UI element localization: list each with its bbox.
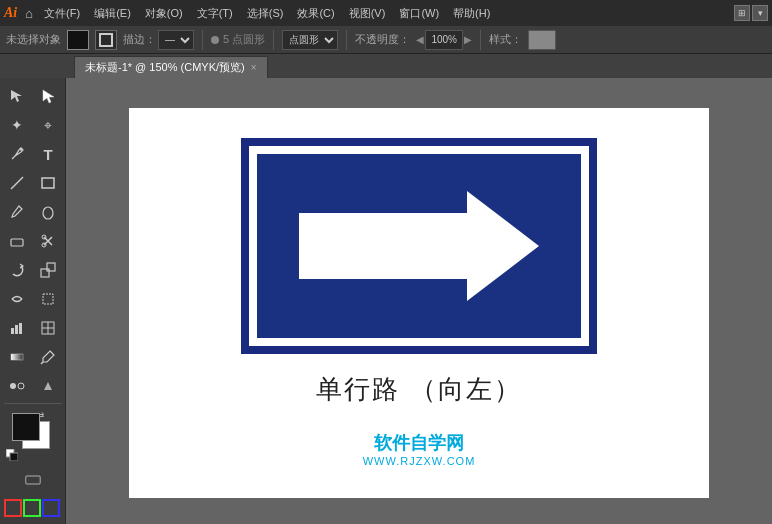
color-tools: ⇄ [4,409,62,461]
menu-window[interactable]: 窗口(W) [392,4,446,23]
app-logo: Ai [4,5,17,21]
tool-row-9 [2,314,63,342]
svg-line-1 [11,177,23,189]
opacity-input[interactable] [425,30,463,50]
svg-point-19 [18,383,24,389]
direct-select-tool[interactable] [33,82,63,110]
type-tool[interactable]: T [33,140,63,168]
canvas-area: 单行路 （向左） 软件自学网 WWW.RJZXW.COM [66,78,772,524]
stroke-select[interactable]: — [158,30,194,50]
document-tab[interactable]: 未标题-1* @ 150% (CMYK/预览) × [74,56,268,78]
scale-tool[interactable] [33,256,63,284]
graph-tool[interactable] [2,314,32,342]
pen-tool[interactable] [2,140,32,168]
free-transform-tool[interactable] [33,285,63,313]
opacity-label: 不透明度： [355,32,410,47]
svg-rect-4 [11,239,23,246]
toolbar: ✦ ⌖ T [0,78,66,524]
sign-outer-border [241,138,597,354]
foreground-color-swatch[interactable] [12,413,40,441]
tool-row-7 [2,256,63,284]
app-icon: ⌂ [25,6,33,21]
fill-color-swatch[interactable] [67,30,89,50]
svg-rect-16 [11,354,23,360]
menu-select[interactable]: 选择(S) [240,4,291,23]
menu-file[interactable]: 文件(F) [37,4,87,23]
watermark-sub-text: WWW.RJZXW.COM [363,455,476,467]
arrow-container [299,191,539,301]
paintbrush-tool[interactable] [2,198,32,226]
svg-rect-21 [10,453,18,461]
tool-row-1 [2,82,63,110]
menu-view[interactable]: 视图(V) [342,4,393,23]
scissors-tool[interactable] [33,227,63,255]
mesh-tool[interactable] [33,314,63,342]
tool-row-3: T [2,140,63,168]
warp-tool[interactable] [2,285,32,313]
pt-circle-icon [211,36,219,44]
watermark-main-text: 软件自学网 [363,431,476,455]
style-label: 样式： [489,32,522,47]
svg-rect-22 [25,476,39,484]
main-area: ✦ ⌖ T [0,78,772,524]
eraser-tool[interactable] [2,227,32,255]
menu-edit[interactable]: 编辑(E) [87,4,138,23]
svg-point-0 [20,148,23,151]
svg-rect-2 [42,178,54,188]
blend-tool[interactable] [2,372,32,400]
live-paint-tool[interactable] [33,372,63,400]
rect-tool[interactable] [33,169,63,197]
svg-rect-10 [11,328,14,334]
blob-brush-tool[interactable] [33,198,63,226]
menu-effect[interactable]: 效果(C) [290,4,341,23]
tool-row-10 [2,343,63,371]
svg-rect-11 [15,325,18,334]
lasso-tool[interactable]: ⌖ [33,111,63,139]
tab-title: 未标题-1* @ 150% (CMYK/预览) [85,60,245,75]
select-tool[interactable] [2,82,32,110]
tab-close-button[interactable]: × [251,62,257,73]
menu-type[interactable]: 文字(T) [190,4,240,23]
options-bar: 未选择对象 描边： — 5 点圆形 点圆形 不透明度： ◀ ▶ 样式： [0,26,772,54]
pt-type-select[interactable]: 点圆形 [282,30,338,50]
sign-caption: 单行路 （向左） [316,372,521,407]
sign-container: 单行路 （向左） 软件自学网 WWW.RJZXW.COM [241,138,597,467]
svg-point-18 [10,383,16,389]
watermark: 软件自学网 WWW.RJZXW.COM [363,431,476,467]
eyedropper-tool[interactable] [33,343,63,371]
tool-row-2: ✦ ⌖ [2,111,63,139]
color-mode-row [2,497,63,519]
svg-rect-9 [43,294,53,304]
green-channel-icon [23,499,41,517]
tool-row-8 [2,285,63,313]
svg-rect-12 [19,323,22,334]
tool-separator [4,403,62,404]
svg-rect-7 [41,269,49,277]
line-tool[interactable] [2,169,32,197]
stroke-icon [95,30,117,50]
stroke-dropdown[interactable]: 描边： — [123,30,194,50]
window-controls: ⊞ ▾ [734,5,768,21]
screen-mode-row [2,464,63,496]
change-screen-mode[interactable] [4,466,61,494]
gradient-tool[interactable] [2,343,32,371]
svg-line-17 [41,362,43,364]
menu-help[interactable]: 帮助(H) [446,4,497,23]
reset-colors-icon[interactable] [6,447,18,459]
menu-bar: 文件(F) 编辑(E) 对象(O) 文字(T) 选择(S) 效果(C) 视图(V… [37,4,730,23]
svg-rect-8 [47,263,55,271]
titlebar: Ai ⌂ 文件(F) 编辑(E) 对象(O) 文字(T) 选择(S) 效果(C)… [0,0,772,26]
magic-wand-tool[interactable]: ✦ [2,111,32,139]
red-channel-icon [4,499,22,517]
dropdown-button[interactable]: ▾ [752,5,768,21]
blue-channel-icon [42,499,60,517]
tool-row-4 [2,169,63,197]
artboard: 单行路 （向左） 软件自学网 WWW.RJZXW.COM [129,108,709,498]
opacity-control: ◀ ▶ [416,30,472,50]
style-swatch[interactable] [528,30,556,50]
grid-view-button[interactable]: ⊞ [734,5,750,21]
rotate-tool[interactable] [2,256,32,284]
menu-object[interactable]: 对象(O) [138,4,190,23]
pt-display: 5 点圆形 [211,32,265,47]
sign-inner [249,146,589,346]
